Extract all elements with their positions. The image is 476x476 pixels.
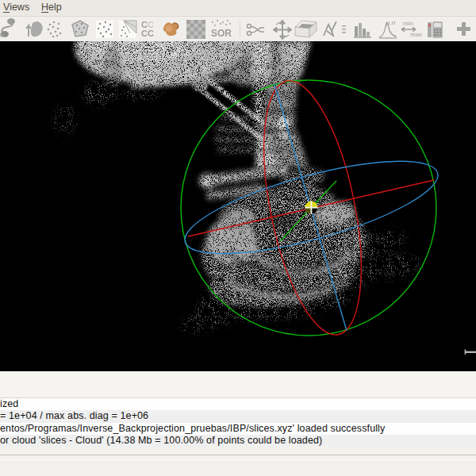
svg-text:SOR: SOR bbox=[211, 28, 232, 39]
svg-text:min: min bbox=[403, 20, 413, 27]
svg-text:C: C bbox=[148, 29, 154, 38]
svg-text:μ,σ: μ,σ bbox=[386, 19, 396, 26]
svg-text:C: C bbox=[141, 29, 148, 38]
svg-text:max: max bbox=[410, 31, 422, 38]
